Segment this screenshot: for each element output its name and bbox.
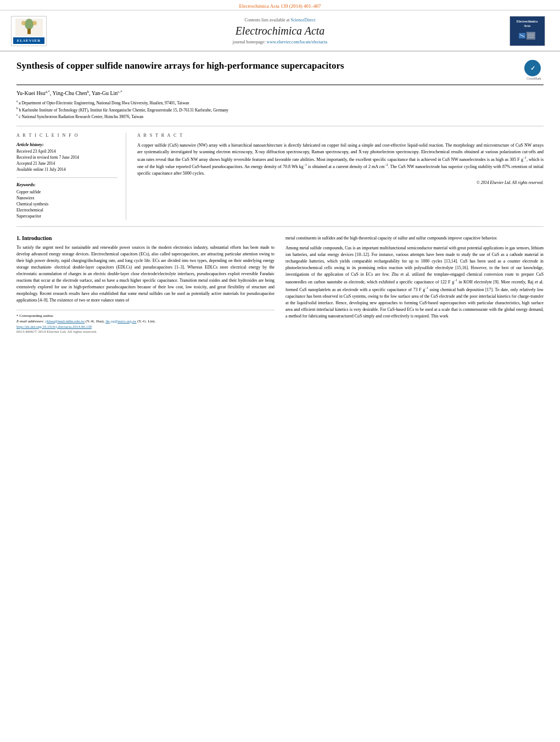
- journal-title: Electrochimica Acta: [55, 25, 505, 37]
- affiliation-3: c c National Synchrotron Radiation Resea…: [16, 113, 544, 119]
- authors-section: Yu-Kuei Hsua,*, Ying-Chu Chenb, Yan-Gu L…: [16, 90, 544, 96]
- keyword-1: Copper sulfide: [16, 189, 117, 194]
- elsevier-logo: ELSEVIER: [11, 16, 55, 46]
- svg-text:✓: ✓: [530, 65, 535, 71]
- svg-point-4: [32, 21, 37, 25]
- intro-paragraph-1: To satisfy the urgent need for sustainab…: [16, 244, 275, 304]
- electrochimica-logo-icon: [519, 30, 535, 41]
- email-link[interactable]: ykhsu@mail.ndhu.edu.tw: [45, 319, 85, 323]
- divider: [16, 177, 117, 178]
- journal-homepage-link[interactable]: www.elsevier.com/locate/electacta: [267, 40, 328, 44]
- crossmark-svg: ✓: [525, 60, 540, 76]
- abstract-text: A copper sulfide (CuS) nanowire (NW) arr…: [137, 142, 544, 177]
- science-direct-link[interactable]: ScienceDirect: [291, 18, 316, 23]
- cus-mention: Cus: [345, 246, 351, 250]
- author-1: Yu-Kuei Hsua,*,: [16, 90, 53, 96]
- top-citation-text: Electrochimica Acta 139 (2014) 401–407: [239, 3, 321, 9]
- affiliation-1: a a Department of Opto-Electronic Engine…: [16, 99, 544, 105]
- available-date: Available online 11 July 2014: [16, 167, 117, 172]
- svg-point-1: [25, 19, 33, 30]
- article-history: Article history: Received 23 April 2014 …: [16, 142, 117, 172]
- body-columns: 1. Introduction To satisfy the urgent ne…: [16, 235, 544, 334]
- keyword-2: Nanowires: [16, 196, 117, 200]
- svg-rect-2: [27, 29, 31, 34]
- journal-homepage: journal homepage: www.elsevier.com/locat…: [55, 40, 505, 44]
- footnote-emails: E-mail addresses: ykhsu@mail.ndhu.edu.tw…: [16, 319, 275, 323]
- keyword-5: Supercapacitor: [16, 214, 117, 219]
- abstract-column: A B S T R A C T A copper sulfide (CuS) n…: [137, 133, 544, 220]
- received-revised-date: Received in revised form 7 June 2014: [16, 155, 117, 160]
- keyword-4: Electrochemical: [16, 208, 117, 213]
- issn-line: 0013-4686/© 2014 Elsevier Ltd. All right…: [16, 330, 275, 334]
- keywords-title: Keywords:: [16, 182, 117, 187]
- footnotes-section: * Corresponding author. E-mail addresses…: [16, 310, 275, 334]
- email-link-2[interactable]: lin.yg@nsrrc.org.tw: [105, 319, 136, 323]
- doi-line: http://dx.doi.org/10.1016/j.electacta.20…: [16, 325, 275, 329]
- body-right-column: metal constituents in sulfides and the h…: [285, 235, 544, 334]
- keyword-3: Chemical synthesis: [16, 202, 117, 207]
- top-citation-bar: Electrochimica Acta 139 (2014) 401–407: [0, 0, 560, 10]
- copyright-line: © 2014 Elsevier Ltd. All rights reserved…: [137, 180, 544, 185]
- info-abstract-section: A R T I C L E I N F O Article history: R…: [16, 133, 544, 227]
- introduction-heading: 1. Introduction: [16, 235, 275, 241]
- journal-center: Contents lists available at ScienceDirec…: [55, 18, 505, 44]
- svg-point-3: [21, 21, 26, 25]
- affiliations-section: a a Department of Opto-Electronic Engine…: [16, 99, 544, 126]
- article-title-section: Synthesis of copper sulfide nanowire arr…: [16, 60, 544, 85]
- contents-line: Contents lists available at ScienceDirec…: [55, 18, 505, 23]
- doi-link[interactable]: http://dx.doi.org/10.1016/j.electacta.20…: [16, 325, 92, 329]
- author-3: Yan-Gu Linc,*: [92, 90, 122, 96]
- abstract-label: A B S T R A C T: [137, 133, 544, 138]
- received-date: Received 23 April 2014: [16, 149, 117, 154]
- author-2: Ying-Chu Chenb,: [53, 90, 92, 96]
- journal-logo-right: Electrochimica Acta: [505, 16, 549, 46]
- article-title: Synthesis of copper sulfide nanowire arr…: [16, 60, 519, 72]
- abstract-obtained-word: obtained: [464, 149, 479, 154]
- article-info-column: A R T I C L E I N F O Article history: R…: [16, 133, 126, 220]
- page-wrapper: Electrochimica Acta 139 (2014) 401–407 E…: [0, 0, 560, 742]
- history-title: Article history:: [16, 142, 117, 147]
- crossmark: ✓ CrossMark: [524, 60, 544, 80]
- body-left-column: 1. Introduction To satisfy the urgent ne…: [16, 235, 275, 334]
- article-content: Synthesis of copper sulfide nanowire arr…: [0, 52, 560, 342]
- crossmark-icon: ✓: [524, 60, 541, 76]
- article-info-label: A R T I C L E I N F O: [16, 133, 117, 138]
- intro-paragraph-right-1: metal constituents in sulfides and the h…: [285, 235, 544, 242]
- elsevier-figure-icon: [15, 19, 43, 36]
- accepted-date: Accepted 21 June 2014: [16, 161, 117, 166]
- journal-header: ELSEVIER Contents lists available at Sci…: [0, 10, 560, 52]
- affiliation-2: b b Karlsruhe Institute of Technology (K…: [16, 107, 544, 113]
- footnote-corresponding: * Corresponding author.: [16, 314, 275, 318]
- intro-paragraph-right-2: Among metal sulfide compounds, Cus is an…: [285, 245, 544, 320]
